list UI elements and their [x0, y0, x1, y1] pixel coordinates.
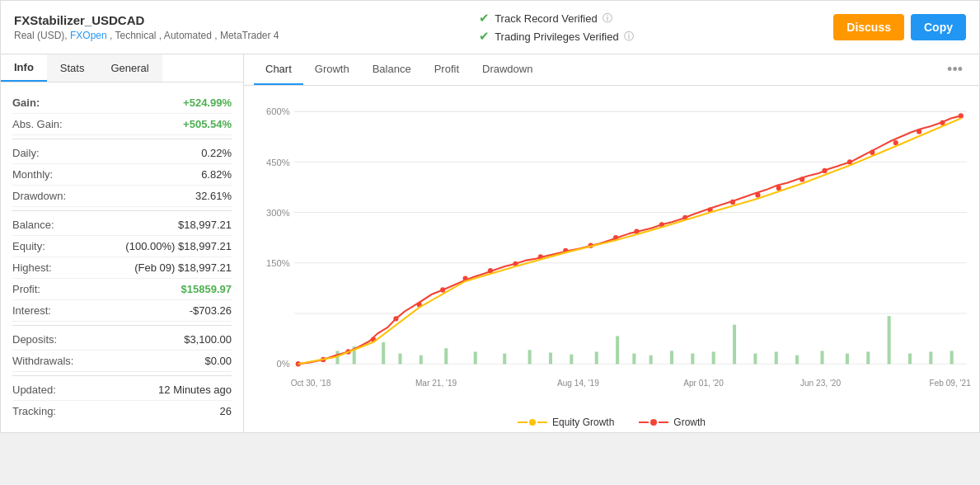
verified-privileges-label: Trading Privileges Verified [495, 31, 619, 43]
info-icon-1[interactable]: ⓘ [603, 12, 612, 26]
strategy-subtitle: Real (USD), FXOpen , Technical , Automat… [14, 30, 279, 41]
svg-rect-29 [733, 325, 736, 365]
svg-rect-31 [775, 351, 778, 364]
tab-chart[interactable]: Chart [254, 54, 303, 85]
deposits-value: $3,100.00 [184, 333, 232, 346]
profit-value: $15859.97 [181, 283, 232, 295]
interest-value: -$703.26 [190, 304, 232, 317]
stat-highest: Highest: (Feb 09) $18,997.21 [12, 257, 232, 279]
svg-text:450%: 450% [266, 157, 290, 167]
svg-point-44 [393, 316, 398, 321]
main-content: Info Stats General Gain: +524.99% Abs. G… [1, 54, 979, 432]
gain-label: Gain: [12, 97, 40, 109]
svg-rect-34 [846, 354, 849, 365]
tab-balance[interactable]: Balance [361, 54, 423, 85]
svg-rect-25 [649, 356, 653, 365]
more-options-icon[interactable]: ••• [940, 54, 969, 85]
svg-point-59 [755, 192, 760, 197]
svg-point-58 [730, 200, 735, 205]
svg-rect-24 [632, 354, 635, 365]
svg-text:Mar 21, '19: Mar 21, '19 [415, 378, 457, 387]
discuss-button[interactable]: Discuss [833, 14, 904, 40]
tracking-value: 26 [220, 405, 232, 417]
equity-legend-label: Equity Growth [552, 417, 614, 428]
svg-rect-16 [444, 348, 448, 364]
svg-point-66 [917, 129, 921, 134]
growth-chart: 600% 450% 300% 150% 0% [252, 94, 971, 407]
right-tabs: Chart Growth Balance Profit Drawdown ••• [244, 54, 979, 86]
svg-rect-36 [888, 316, 891, 364]
svg-point-64 [870, 150, 874, 155]
updated-label: Updated: [12, 384, 56, 396]
svg-text:300%: 300% [266, 208, 290, 218]
left-panel: Info Stats General Gain: +524.99% Abs. G… [1, 54, 244, 432]
svg-rect-28 [712, 351, 715, 364]
svg-text:Jun 23, '20: Jun 23, '20 [800, 378, 841, 387]
daily-value: 0.22% [201, 147, 232, 159]
svg-text:Feb 09, '21: Feb 09, '21 [929, 378, 971, 387]
svg-rect-26 [670, 351, 673, 364]
svg-rect-15 [420, 356, 423, 365]
tab-drawdown[interactable]: Drawdown [471, 54, 544, 85]
svg-rect-39 [950, 351, 954, 364]
equity-value: (100.00%) $18,997.21 [125, 240, 232, 252]
stats-section: Gain: +524.99% Abs. Gain: +505.54% Daily… [1, 82, 243, 431]
check-icon-1: ✔ [479, 11, 490, 26]
svg-text:Oct 30, '18: Oct 30, '18 [291, 378, 331, 387]
tab-growth[interactable]: Growth [303, 54, 361, 85]
svg-rect-32 [795, 356, 799, 365]
gain-value: +524.99% [183, 97, 232, 109]
verified-privileges: ✔ Trading Privileges Verified ⓘ [479, 29, 634, 44]
svg-rect-22 [595, 351, 598, 364]
svg-rect-33 [820, 351, 823, 364]
highest-label: Highest: [12, 261, 52, 274]
stat-interest: Interest: -$703.26 [12, 300, 232, 322]
daily-label: Daily: [12, 147, 40, 159]
svg-rect-17 [474, 351, 477, 364]
svg-rect-13 [382, 342, 385, 364]
copy-button[interactable]: Copy [911, 14, 966, 40]
tracking-label: Tracking: [12, 405, 56, 417]
svg-rect-38 [929, 351, 932, 364]
abs-gain-label: Abs. Gain: [12, 118, 63, 130]
tab-profit[interactable]: Profit [423, 54, 471, 85]
growth-legend-label: Growth [673, 417, 706, 428]
tab-stats[interactable]: Stats [47, 54, 98, 82]
abs-gain-value: +505.54% [183, 118, 232, 130]
svg-rect-23 [616, 336, 619, 364]
stat-profit: Profit: $15859.97 [12, 279, 232, 300]
updated-value: 12 Minutes ago [158, 384, 232, 396]
header-actions: Discuss Copy [833, 14, 966, 40]
svg-text:600%: 600% [266, 106, 290, 116]
verified-track-label: Track Record Verified [495, 12, 598, 25]
tab-info[interactable]: Info [1, 54, 47, 82]
tab-general[interactable]: General [97, 54, 162, 82]
stat-equity: Equity: (100.00%) $18,997.21 [12, 236, 232, 257]
withdrawals-label: Withdrawals: [12, 355, 73, 367]
info-icon-2[interactable]: ⓘ [624, 30, 634, 44]
growth-line-icon [639, 419, 668, 426]
monthly-label: Monthly: [12, 168, 53, 181]
svg-rect-35 [866, 351, 870, 364]
stat-tracking: Tracking: 26 [12, 401, 232, 421]
svg-text:Aug 14, '19: Aug 14, '19 [557, 378, 599, 387]
deposits-label: Deposits: [12, 333, 57, 346]
chart-legend: Equity Growth Growth [252, 410, 971, 432]
svg-point-61 [799, 177, 804, 181]
legend-equity: Equity Growth [518, 417, 614, 428]
stat-updated: Updated: 12 Minutes ago [12, 379, 232, 401]
svg-rect-18 [503, 354, 506, 365]
header-left: FXStabilizer_USDCAD Real (USD), FXOpen ,… [14, 13, 279, 41]
svg-rect-20 [549, 353, 552, 365]
strategy-title: FXStabilizer_USDCAD [14, 13, 279, 27]
stat-drawdown: Drawdown: 32.61% [12, 186, 232, 207]
svg-point-68 [959, 113, 964, 118]
stat-daily: Daily: 0.22% [12, 143, 232, 164]
drawdown-label: Drawdown: [12, 190, 66, 202]
left-tabs: Info Stats General [1, 54, 243, 82]
svg-rect-30 [753, 354, 757, 365]
fxopen-link[interactable]: FXOpen [70, 30, 107, 41]
svg-text:0%: 0% [277, 359, 290, 369]
interest-label: Interest: [12, 304, 51, 317]
svg-rect-37 [908, 354, 912, 365]
